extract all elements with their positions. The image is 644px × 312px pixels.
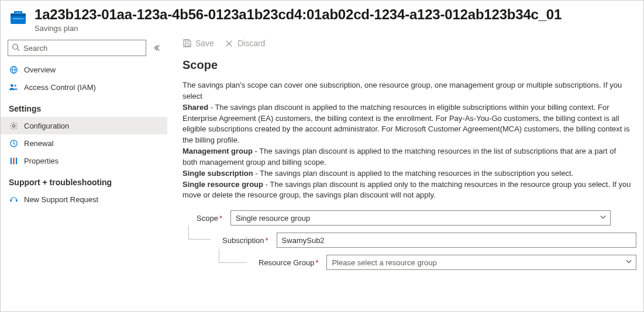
- resource-group-label: Resource Group*: [259, 258, 322, 267]
- main-content: Save Discard Scope The savings plan's sc…: [167, 36, 643, 311]
- discard-icon: [225, 39, 234, 48]
- search-input[interactable]: [23, 44, 142, 53]
- properties-icon: [9, 156, 18, 165]
- svg-rect-20: [185, 44, 190, 46]
- scope-select[interactable]: Single resource group: [230, 210, 611, 226]
- svg-rect-15: [13, 157, 14, 164]
- svg-rect-16: [16, 157, 17, 164]
- svg-point-10: [11, 84, 13, 87]
- discard-button[interactable]: Discard: [225, 39, 265, 48]
- toolbar: Save Discard: [182, 39, 636, 58]
- gear-icon: [9, 121, 18, 130]
- desc-shared-text: - The savings plan discount is applied t…: [182, 103, 629, 145]
- svg-rect-3: [15, 12, 21, 13]
- subscription-label: Subscription*: [222, 236, 272, 245]
- chevron-down-icon: [600, 214, 607, 223]
- page-subtitle: Savings plan: [35, 24, 634, 33]
- resource-group-placeholder: Please select a resource group: [332, 258, 436, 267]
- desc-singlerg-bold: Single resource group: [182, 180, 263, 189]
- svg-point-5: [13, 44, 18, 49]
- svg-rect-14: [10, 157, 11, 164]
- sidebar-item-iam[interactable]: Access Control (IAM): [1, 78, 167, 96]
- sidebar-section-settings: Settings: [1, 96, 167, 117]
- sidebar-item-configuration[interactable]: Configuration: [1, 117, 167, 134]
- page-header: 1a23b123-01aa-123a-4b56-0123a1b23cd4:01a…: [1, 1, 643, 36]
- subscription-value: SwamySub2: [282, 236, 325, 245]
- chevron-down-icon: [625, 258, 632, 267]
- sidebar: Overview Access Control (IAM) Settings C…: [1, 36, 167, 311]
- sidebar-item-label: Overview: [24, 65, 56, 74]
- svg-rect-17: [10, 199, 11, 202]
- sidebar-section-support: Support + troubleshooting: [1, 169, 167, 190]
- savings-plan-icon: [9, 8, 27, 26]
- globe-icon: [9, 65, 18, 74]
- sidebar-item-label: Properties: [24, 157, 58, 165]
- scope-value: Single resource group: [236, 214, 310, 223]
- svg-point-11: [14, 85, 16, 87]
- sidebar-item-label: Configuration: [24, 122, 69, 130]
- search-box[interactable]: [8, 40, 146, 56]
- support-icon: [9, 195, 18, 204]
- sidebar-item-overview[interactable]: Overview: [1, 61, 167, 78]
- save-icon: [182, 39, 192, 48]
- clock-icon: [9, 138, 18, 148]
- people-icon: [9, 82, 18, 92]
- save-button[interactable]: Save: [182, 39, 214, 48]
- save-button-label: Save: [195, 39, 214, 48]
- resource-group-select[interactable]: Please select a resource group: [326, 255, 636, 270]
- sidebar-item-label: Access Control (IAM): [24, 83, 96, 92]
- scope-label: Scope*: [197, 214, 230, 223]
- discard-button-label: Discard: [237, 39, 265, 48]
- desc-singlesub-text: - The savings plan discount is applied t…: [253, 169, 574, 178]
- scope-form: Scope* Single resource group Subscriptio…: [182, 210, 636, 270]
- svg-rect-18: [16, 199, 17, 202]
- collapse-sidebar-button[interactable]: [151, 42, 163, 54]
- desc-intro: The savings plan's scope can cover one s…: [182, 81, 622, 100]
- sidebar-item-renewal[interactable]: Renewal: [1, 134, 167, 152]
- search-icon: [12, 43, 20, 53]
- svg-rect-4: [13, 18, 23, 19]
- sidebar-item-new-support-request[interactable]: New Support Request: [1, 190, 167, 208]
- sidebar-item-properties[interactable]: Properties: [1, 152, 167, 169]
- desc-shared-bold: Shared: [182, 103, 208, 112]
- sidebar-item-label: Renewal: [24, 139, 54, 148]
- svg-line-6: [18, 48, 20, 51]
- desc-mg-bold: Management group: [182, 147, 253, 155]
- subscription-select[interactable]: SwamySub2: [277, 233, 636, 248]
- section-title: Scope: [182, 58, 636, 72]
- svg-point-12: [12, 124, 15, 127]
- sidebar-item-label: New Support Request: [24, 195, 98, 204]
- scope-description: The savings plan's scope can cover one s…: [182, 80, 633, 201]
- desc-singlesub-bold: Single subscription: [182, 169, 253, 178]
- page-title: 1a23b123-01aa-123a-4b56-0123a1b23cd4:01a…: [35, 6, 634, 23]
